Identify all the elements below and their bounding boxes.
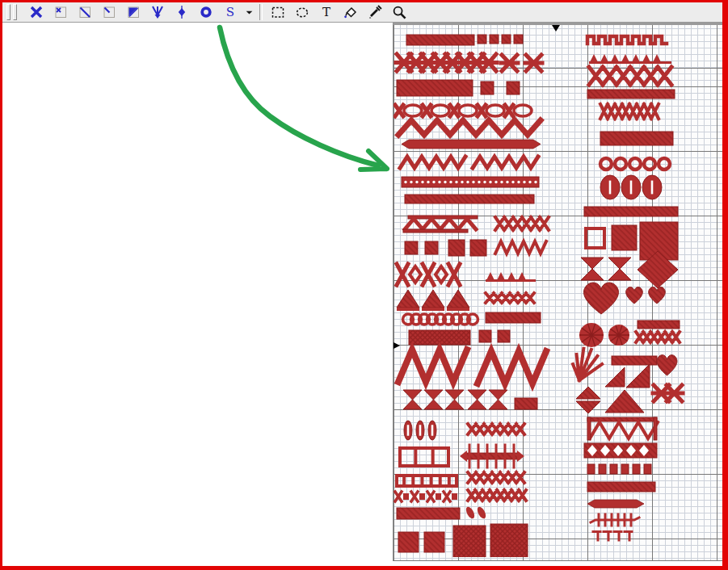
toolbar-buttons: ST bbox=[24, 3, 411, 21]
half-stitch-tool[interactable] bbox=[73, 3, 97, 21]
fill-tool[interactable] bbox=[339, 3, 363, 21]
center-marker-left bbox=[393, 342, 400, 349]
three-quarter-stitch-tool[interactable] bbox=[121, 3, 145, 21]
toolbar-separator bbox=[259, 4, 263, 20]
french-knot-tool-icon bbox=[198, 4, 214, 20]
special-stitch-dropdown-icon bbox=[242, 4, 256, 20]
text-tool[interactable]: T bbox=[314, 3, 339, 21]
pattern-software-window: ST bbox=[0, 0, 728, 570]
select-rectangle-tool-icon bbox=[270, 4, 286, 20]
full-cross-stitch-tool[interactable] bbox=[24, 3, 48, 21]
stitch-toolbar: ST bbox=[2, 2, 722, 23]
special-stitch-tool[interactable]: S bbox=[218, 3, 242, 21]
select-lasso-tool-icon bbox=[294, 4, 310, 20]
stitch-sample-motifs bbox=[393, 25, 722, 557]
svg-text:T: T bbox=[322, 5, 330, 19]
special-stitch-dropdown[interactable] bbox=[242, 3, 256, 21]
full-cross-stitch-tool-icon bbox=[28, 4, 44, 20]
half-stitch-tool-icon bbox=[77, 4, 93, 20]
zoom-tool-icon bbox=[391, 4, 407, 20]
bead-tool-icon bbox=[174, 4, 190, 20]
window-border-top bbox=[0, 0, 728, 2]
petite-stitch-tool-icon bbox=[53, 4, 69, 20]
three-quarter-stitch-tool-icon bbox=[125, 4, 141, 20]
text-tool-icon: T bbox=[318, 4, 335, 20]
toolbar-grip[interactable] bbox=[6, 4, 11, 20]
select-lasso-tool[interactable] bbox=[290, 3, 314, 21]
special-stitch-tool-icon: S bbox=[222, 4, 238, 20]
french-knot-tool[interactable] bbox=[194, 3, 218, 21]
center-marker-top bbox=[552, 25, 560, 31]
bead-tool[interactable] bbox=[170, 3, 194, 21]
fill-tool-icon bbox=[343, 4, 359, 20]
backstitch-tool-icon bbox=[149, 4, 166, 20]
design-canvas[interactable] bbox=[2, 23, 393, 566]
color-picker-tool-icon bbox=[367, 4, 383, 20]
pattern-grid-panel[interactable] bbox=[393, 23, 723, 561]
quarter-stitch-tool[interactable] bbox=[97, 3, 121, 21]
window-border-bottom bbox=[0, 566, 728, 570]
petite-stitch-tool[interactable] bbox=[48, 3, 73, 21]
zoom-tool[interactable] bbox=[387, 3, 411, 21]
color-picker-tool[interactable] bbox=[363, 3, 387, 21]
window-border-right bbox=[722, 0, 728, 570]
svg-text:S: S bbox=[226, 5, 234, 19]
select-rectangle-tool[interactable] bbox=[266, 3, 290, 21]
window-border-left bbox=[0, 0, 2, 570]
toolbar-grip[interactable] bbox=[13, 4, 17, 20]
backstitch-tool[interactable] bbox=[145, 3, 170, 21]
quarter-stitch-tool-icon bbox=[101, 4, 117, 20]
